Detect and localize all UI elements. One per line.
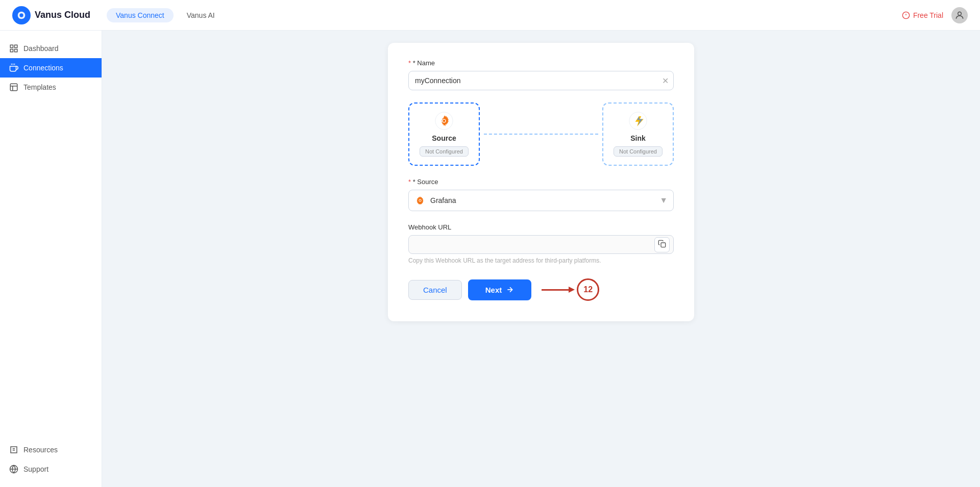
name-label: * Name [408,59,674,67]
sink-badge: Not Configured [614,146,663,157]
next-button[interactable]: Next [468,279,532,300]
free-trial-button[interactable]: Free Trial [902,11,943,19]
select-arrow-icon: ▼ [659,196,668,205]
sidebar-item-templates[interactable]: Templates [0,78,102,97]
sidebar-item-resources[interactable]: Resources [0,440,102,459]
annotation-group: 12 [542,278,599,301]
sidebar-item-resources-label: Resources [23,446,58,454]
user-avatar[interactable] [951,7,968,23]
sidebar-item-templates-label: Templates [23,83,56,91]
header-right: Free Trial [902,7,968,23]
webhook-label: Webhook URL [408,223,674,231]
form-card: * Name ✕ [388,43,694,321]
nav-tabs: Vanus Connect Vanus AI [107,8,224,22]
source-selected-value: Grafana [430,196,456,204]
sink-label: Sink [630,134,646,142]
nav-tab-ai[interactable]: Vanus AI [178,8,224,22]
svg-rect-5 [10,45,13,47]
webhook-copy-button[interactable] [654,237,670,252]
logo-icon [12,6,31,24]
connector-line [484,134,598,135]
name-input[interactable] [408,71,674,90]
sidebar-item-dashboard-label: Dashboard [23,44,59,53]
annotation-arrow-line [542,289,570,291]
annotation-number-circle: 12 [577,278,599,301]
sidebar-item-support-label: Support [23,465,48,473]
webhook-row [408,235,674,254]
source-field-label: * Source [408,178,674,186]
sink-connector-box[interactable]: Sink Not Configured [602,102,674,166]
svg-point-4 [958,12,962,15]
source-connector-box[interactable]: Source Not Configured [408,102,480,166]
button-row: Cancel Next 12 [408,278,674,301]
source-select-wrapper: Grafana ▼ [408,190,674,211]
name-clear-icon[interactable]: ✕ [662,76,669,86]
cancel-button[interactable]: Cancel [408,280,462,300]
source-label: Source [432,134,456,142]
sidebar-item-connections-label: Connections [23,64,63,72]
sidebar: Dashboard Connections Templates Resource… [0,31,102,487]
svg-rect-12 [10,84,17,91]
app-body: Dashboard Connections Templates Resource… [0,31,980,487]
sidebar-item-connections[interactable]: Connections [0,58,102,78]
sidebar-item-support[interactable]: Support [0,459,102,479]
nav-tab-connect[interactable]: Vanus Connect [107,8,174,22]
header: Vanus Cloud Vanus Connect Vanus AI Free … [0,0,980,31]
logo: Vanus Cloud [12,6,90,24]
webhook-hint: Copy this Webhook URL as the target addr… [408,257,674,264]
svg-rect-23 [661,243,666,247]
webhook-input[interactable] [408,235,674,254]
logo-text: Vanus Cloud [35,10,90,20]
svg-point-22 [420,200,421,201]
sidebar-item-dashboard[interactable]: Dashboard [0,39,102,58]
sidebar-bottom: Resources Support [0,440,102,479]
source-badge: Not Configured [420,146,469,157]
connector-row: Source Not Configured Sink Not Configur [408,102,674,166]
name-input-wrapper: ✕ [408,71,674,90]
svg-rect-6 [15,45,17,47]
next-label: Next [485,286,502,294]
svg-point-19 [443,120,446,122]
svg-rect-7 [10,49,13,52]
arrow-head [569,287,575,293]
main-content: * Name ✕ [102,31,980,487]
free-trial-label: Free Trial [913,11,943,19]
svg-rect-8 [15,49,17,52]
source-select[interactable]: Grafana [408,190,674,211]
